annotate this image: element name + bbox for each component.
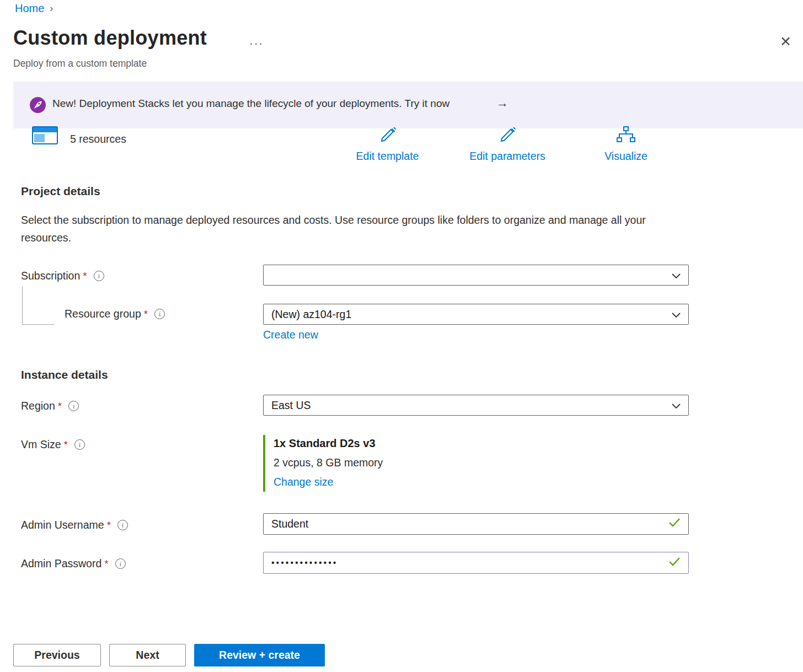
subscription-label: Subscription [21,270,80,282]
vm-size-label-row: Vm Size * i [21,438,85,451]
chevron-down-icon [672,269,681,282]
resource-group-connector-line [22,287,54,325]
resources-count-label: 5 resources [70,133,126,146]
region-value: East US [271,399,311,412]
admin-username-value: Student [271,518,308,530]
info-icon[interactable]: i [115,558,126,569]
info-icon[interactable]: i [154,309,165,319]
vm-size-specs: 2 vcpus, 8 GB memory [274,456,383,469]
required-asterisk: * [107,519,111,531]
edit-template-label: Edit template [356,150,419,163]
vm-size-summary: 1x Standard D2s v3 2 vcpus, 8 GB memory … [263,435,383,492]
admin-username-label-row: Admin Username * i [21,519,128,531]
region-label-row: Region * i [21,400,79,412]
page-title: Custom deployment [13,26,207,50]
required-asterisk: * [144,308,148,320]
required-asterisk: * [83,270,87,282]
required-asterisk: * [58,400,62,412]
org-chart-icon [616,126,636,150]
breadcrumb: Home › [15,2,53,15]
edit-parameters-label: Edit parameters [469,150,545,163]
previous-button[interactable]: Previous [13,644,101,666]
edit-parameters-button[interactable]: Edit parameters [461,126,554,163]
region-label: Region [21,400,55,412]
chevron-down-icon [672,399,681,412]
page-subtitle: Deploy from a custom template [13,58,147,69]
pencil-icon [378,126,397,150]
required-asterisk: * [64,439,68,451]
banner-message: New! Deployment Stacks let you manage th… [52,98,449,110]
instance-details-heading: Instance details [21,368,108,381]
subscription-label-row: Subscription * i [21,270,104,282]
required-asterisk: * [104,558,108,570]
resource-group-label-row: Resource group * i [65,308,165,320]
admin-username-input[interactable]: Student [263,513,689,535]
vm-size-name: 1x Standard D2s v3 [274,437,383,450]
edit-template-button[interactable]: Edit template [347,126,427,163]
visualize-label: Visualize [604,150,647,163]
admin-password-label-row: Admin Password * i [21,557,126,570]
info-icon[interactable]: i [117,520,128,530]
resource-group-label: Resource group [65,308,141,320]
region-select[interactable]: East US [263,395,689,416]
admin-password-value: •••••••••••••• [271,558,338,568]
arrow-right-icon: → [496,96,508,110]
info-icon[interactable]: i [74,439,85,450]
admin-password-label: Admin Password [21,557,101,570]
breadcrumb-home-link[interactable]: Home [15,2,44,15]
subscription-select[interactable] [263,265,689,286]
info-icon[interactable]: i [94,271,104,281]
project-details-heading: Project details [21,185,100,198]
admin-username-label: Admin Username [21,519,104,531]
more-options-icon[interactable]: ··· [249,37,264,50]
next-button[interactable]: Next [109,644,186,666]
vm-size-label: Vm Size [21,438,61,451]
review-create-button[interactable]: Review + create [194,644,325,666]
valid-check-icon [668,518,681,530]
resource-group-select[interactable]: (New) az104-rg1 [263,304,689,325]
chevron-down-icon [672,308,681,321]
pencil-icon [498,126,517,150]
deployment-stacks-banner[interactable]: New! Deployment Stacks let you manage th… [13,82,803,128]
close-icon[interactable]: ✕ [780,35,791,49]
visualize-button[interactable]: Visualize [598,126,654,163]
project-details-description: Select the subscription to manage deploy… [21,211,655,246]
change-size-link[interactable]: Change size [274,476,383,488]
rocket-icon [30,97,46,115]
template-resources-icon [32,126,58,149]
resource-group-value: (New) az104-rg1 [271,308,351,321]
chevron-right-icon: › [50,3,53,14]
valid-check-icon [668,557,681,569]
info-icon[interactable]: i [68,401,79,411]
create-new-link[interactable]: Create new [263,329,318,341]
admin-password-input[interactable]: •••••••••••••• [263,552,689,574]
